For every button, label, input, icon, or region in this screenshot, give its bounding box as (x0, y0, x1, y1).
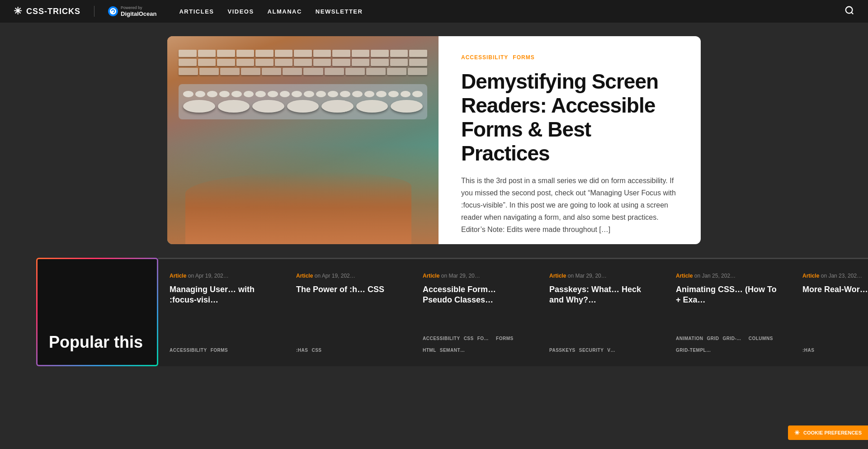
article-type-5: Article (802, 273, 819, 279)
nav-newsletter[interactable]: NEWSLETTER (316, 8, 363, 15)
digitalocean-logo-icon (108, 6, 118, 16)
article-headline-1: The Power of :h… CSS (296, 284, 400, 295)
article-date-5: on Jan 23, 202… (821, 273, 862, 279)
article-tag-2-1[interactable]: CSS (464, 336, 474, 344)
article-tag-2-3[interactable]: FORMS (496, 336, 514, 344)
article-date-1: on Apr 19, 202… (315, 273, 355, 279)
article-card-2[interactable]: Article on Mar 29, 20… Accessible Form… … (411, 258, 538, 366)
article-card-0[interactable]: Article on Apr 19, 202… Managing User… w… (158, 258, 285, 366)
hero-card: ACCESSIBILITY FORMS Demystifying Screen … (167, 36, 701, 244)
site-logo[interactable]: ✳ CSS-TRICKS (14, 5, 80, 17)
article-type-4: Article (676, 273, 693, 279)
article-date-0: on Apr 19, 202… (188, 273, 229, 279)
hero-tag-forms[interactable]: FORMS (513, 54, 534, 61)
nav-videos[interactable]: VIDEOS (227, 8, 254, 15)
powered-by-text: Powered by (121, 5, 156, 10)
article-tag-3-2[interactable]: V… (607, 348, 615, 353)
article-tags-2: ACCESSIBILITY CSS FO… FORMS HTML SEMANT… (423, 336, 527, 353)
article-tag-4-1[interactable]: GRID (707, 336, 719, 344)
article-tag-0-0[interactable]: ACCESSIBILITY (170, 348, 207, 353)
article-tag-5-0[interactable]: :HAS (802, 348, 814, 353)
article-tag-2-4[interactable]: HTML (423, 348, 436, 353)
svg-point-0 (846, 6, 853, 13)
article-date-2: on Mar 29, 20… (441, 273, 480, 279)
article-tags-1: :HAS CSS (296, 348, 400, 353)
article-card-4[interactable]: Article on Jan 25, 202… Animating CSS… (… (665, 258, 791, 366)
article-card-3[interactable]: Article on Mar 29, 20… Passkeys: What… H… (538, 258, 665, 366)
article-card-1[interactable]: Article on Apr 19, 202… The Power of :h…… (285, 258, 411, 366)
hero-image (167, 36, 439, 244)
article-headline-3: Passkeys: What… Heck and Why?… (549, 284, 653, 306)
article-tag-4-3[interactable]: COLUMNS (749, 336, 773, 344)
article-meta-5: Article on Jan 23, 202… (802, 273, 868, 279)
article-tags-5: :HAS (802, 348, 868, 353)
article-tag-3-1[interactable]: SECURITY (579, 348, 604, 353)
article-tag-0-1[interactable]: FORMS (211, 348, 228, 353)
nav-almanac[interactable]: ALMANAC (268, 8, 302, 15)
article-tag-1-0[interactable]: :HAS (296, 348, 308, 353)
article-type-1: Article (296, 273, 313, 279)
hero-section: ACCESSIBILITY FORMS Demystifying Screen … (0, 23, 868, 258)
article-meta-1: Article on Apr 19, 202… (296, 273, 400, 279)
hero-tags: ACCESSIBILITY FORMS (461, 54, 678, 61)
hero-title[interactable]: Demystifying Screen Readers: Accessible … (461, 70, 678, 165)
article-tag-3-0[interactable]: PASSKEYS (549, 348, 576, 353)
article-meta-2: Article on Mar 29, 20… (423, 273, 527, 279)
popular-title: Popular this (49, 333, 146, 351)
article-tag-2-0[interactable]: ACCESSIBILITY (423, 336, 460, 344)
main-nav: ARTICLES VIDEOS ALMANAC NEWSLETTER (179, 8, 363, 15)
article-tags-0: ACCESSIBILITY FORMS (170, 348, 274, 353)
logo-text: CSS-TRICKS (26, 7, 80, 16)
article-tag-2-2[interactable]: FO… (477, 336, 489, 344)
article-type-2: Article (423, 273, 439, 279)
article-date-3: on Mar 29, 20… (568, 273, 607, 279)
logo-divider (94, 6, 94, 17)
article-headline-0: Managing User… with :focus-visi… (170, 284, 274, 306)
article-headline-4: Animating CSS… (How To + Exa… (676, 284, 780, 306)
nav-articles[interactable]: ARTICLES (179, 8, 214, 15)
article-meta-4: Article on Jan 25, 202… (676, 273, 780, 279)
popular-card: Popular this (36, 258, 158, 366)
article-meta-0: Article on Apr 19, 202… (170, 273, 274, 279)
hero-content: ACCESSIBILITY FORMS Demystifying Screen … (439, 36, 701, 244)
article-tag-1-1[interactable]: CSS (311, 348, 321, 353)
article-card-5[interactable]: Article on Jan 23, 202… More Real-Wor… f… (791, 258, 868, 366)
article-tag-2-5[interactable]: SEMANT… (440, 348, 465, 353)
article-headline-5: More Real-Wor… for :has() (802, 284, 868, 295)
site-header: ✳ CSS-TRICKS Powered by DigitalOcean ART… (0, 0, 868, 23)
article-headline-2: Accessible Form… Pseudo Classes… (423, 284, 527, 306)
article-type-3: Article (549, 273, 566, 279)
powered-by-block: Powered by DigitalOcean (108, 5, 156, 17)
cookie-asterisk-icon: ✳ (794, 429, 800, 436)
hero-tag-accessibility[interactable]: ACCESSIBILITY (461, 54, 508, 61)
cookie-preferences-button[interactable]: ✳ COOKIE PREFERENCES (788, 425, 868, 440)
article-tag-4-2[interactable]: GRID-… (722, 336, 741, 344)
article-tag-4-0[interactable]: ANIMATION (676, 336, 703, 344)
digitalocean-name: DigitalOcean (121, 10, 156, 17)
search-icon[interactable] (844, 5, 854, 18)
logo-asterisk-icon: ✳ (14, 5, 22, 17)
article-type-0: Article (170, 273, 186, 279)
svg-line-1 (851, 12, 853, 14)
hero-excerpt: This is the 3rd post in a small series w… (461, 175, 678, 236)
article-tag-4-4[interactable]: GRID-TEMPL… (676, 348, 711, 353)
article-meta-3: Article on Mar 29, 20… (549, 273, 653, 279)
articles-strip: Popular this Article on Apr 19, 202… Man… (0, 258, 868, 366)
article-tags-4: ANIMATION GRID GRID-… COLUMNS GRID-TEMPL… (676, 336, 780, 353)
article-tags-3: PASSKEYS SECURITY V… (549, 348, 653, 353)
article-date-4: on Jan 25, 202… (694, 273, 736, 279)
cookie-label: COOKIE PREFERENCES (803, 430, 862, 435)
